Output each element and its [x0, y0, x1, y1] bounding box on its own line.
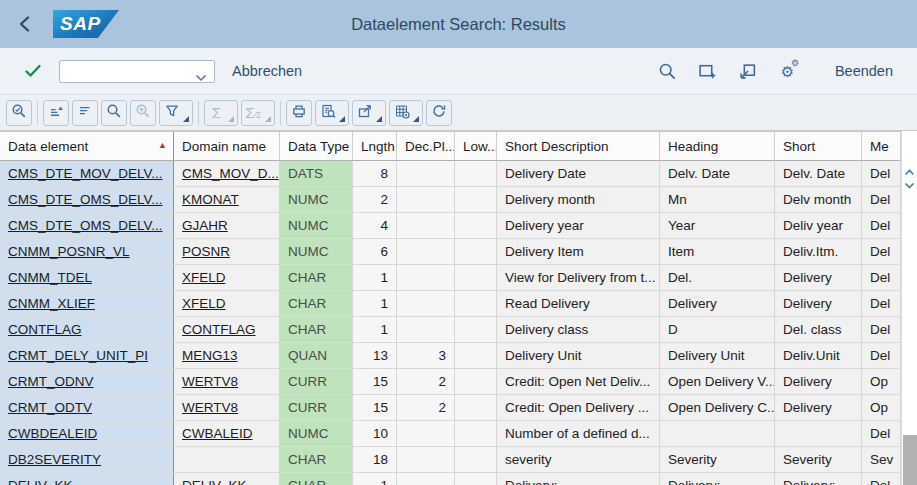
cell-text: Deliv.Itm. — [783, 244, 838, 259]
create-shortcut-icon[interactable] — [738, 62, 757, 81]
domain-link[interactable]: CWBALEID — [174, 421, 280, 447]
export-button[interactable] — [352, 100, 386, 126]
cell-low — [455, 447, 497, 473]
print-button[interactable] — [286, 100, 312, 126]
cell-text: 15 — [373, 400, 388, 415]
data_element-link[interactable]: CNMM_POSNR_VL — [0, 239, 174, 265]
sort-descending-button[interactable] — [72, 100, 98, 126]
domain-link[interactable]: DELIV_KK — [174, 473, 280, 485]
cell-text: DATS — [288, 166, 323, 181]
cell-text: Deliv.Unit — [783, 348, 840, 363]
settings-gears-icon[interactable]: ⚙⚙ — [778, 62, 797, 81]
cell-text: Delivery Unit — [668, 348, 745, 363]
column-header-data_type[interactable]: Data Type — [280, 132, 353, 161]
enter-check-icon[interactable] — [24, 62, 42, 80]
cell-dec_pl — [397, 473, 455, 485]
box-arrow-icon — [357, 103, 373, 122]
scrollbar-thumb[interactable] — [903, 435, 917, 485]
cell-data_type: CHAR — [280, 473, 353, 485]
cell-text: Sev — [870, 452, 893, 467]
column-header-dec_pl[interactable]: Dec.Pl... — [397, 132, 455, 161]
cell-data_type: CHAR — [280, 447, 353, 473]
cell-short: Delivery — [775, 369, 862, 395]
command-field[interactable] — [59, 60, 215, 83]
cell-short: Deliv year — [775, 213, 862, 239]
cell-text: QUAN — [288, 348, 327, 363]
cell-text: CWBDEALEID — [8, 426, 97, 441]
data_element-link[interactable]: DB2SEVERITY — [0, 447, 174, 473]
domain-link[interactable]: GJAHR — [174, 213, 280, 239]
data_element-link[interactable]: DELIV_KK — [0, 473, 174, 485]
new-session-icon[interactable] — [698, 62, 717, 81]
chevron-down-icon[interactable] — [195, 68, 207, 86]
sort-desc-icon — [77, 103, 93, 122]
column-header-heading[interactable]: Heading — [660, 132, 775, 161]
data_element-link[interactable]: CRMT_DELY_UNIT_PI — [0, 343, 174, 369]
cell-text: 18 — [373, 452, 388, 467]
domain-link[interactable]: CMS_MOV_D... — [174, 161, 280, 187]
cell-heading: Mn — [660, 187, 775, 213]
cell-text: Open Delivery C... — [668, 400, 775, 415]
vertical-scrollbar[interactable] — [901, 131, 917, 485]
views-button[interactable] — [315, 100, 349, 126]
data_element-link[interactable]: CMS_DTE_OMS_DELV... — [0, 213, 174, 239]
choose-layout-button[interactable] — [389, 100, 423, 126]
data_element-link[interactable]: CRMT_ODNV — [0, 369, 174, 395]
cell-short — [775, 421, 862, 447]
cell-heading: Year — [660, 213, 775, 239]
toolbar-separator — [280, 101, 281, 125]
set-filter-button[interactable] — [159, 100, 193, 126]
cell-text: CHAR — [288, 452, 326, 467]
cell-medium: Op — [862, 369, 901, 395]
cell-low — [455, 369, 497, 395]
cell-lngth: 8 — [353, 161, 397, 187]
cell-text: Del. — [668, 270, 692, 285]
cell-text: 13 — [373, 348, 388, 363]
cell-short: Delv. Date — [775, 161, 862, 187]
cell-text: POSNR — [182, 244, 230, 259]
data_element-link[interactable]: CMS_DTE_MOV_DELV... — [0, 161, 174, 187]
column-header-medium[interactable]: Me — [862, 132, 901, 161]
data_element-link[interactable]: CONTFLAG — [0, 317, 174, 343]
domain-link[interactable]: POSNR — [174, 239, 280, 265]
column-header-lngth[interactable]: Lngth — [353, 132, 397, 161]
column-header-short[interactable]: Short — [775, 132, 862, 161]
cell-dec_pl — [397, 161, 455, 187]
domain-link[interactable]: XFELD — [174, 291, 280, 317]
domain-link[interactable]: XFELD — [174, 265, 280, 291]
column-header-domain[interactable]: Domain name — [174, 132, 280, 161]
data_element-link[interactable]: CMS_DTE_OMS_DELV... — [0, 187, 174, 213]
cell-low — [455, 187, 497, 213]
data_element-link[interactable]: CRMT_ODTV — [0, 395, 174, 421]
scroll-down-icon[interactable] — [904, 175, 915, 193]
data_element-link[interactable]: CNMM_XLIEF — [0, 291, 174, 317]
sort-asc-icon — [48, 103, 64, 122]
abbrechen-button[interactable]: Abbrechen — [232, 63, 302, 79]
cell-low — [455, 239, 497, 265]
cell-short_desc: severity — [497, 447, 660, 473]
domain-link[interactable]: KMONAT — [174, 187, 280, 213]
find-button[interactable] — [101, 100, 127, 126]
cell-text: CHAR — [288, 270, 326, 285]
sort-ascending-button[interactable] — [43, 100, 69, 126]
details-button[interactable] — [6, 100, 32, 126]
cell-short: Severity — [775, 447, 862, 473]
refresh-button[interactable] — [426, 100, 452, 126]
domain-link[interactable]: CONTFLAG — [174, 317, 280, 343]
column-header-data_element[interactable]: Data element▲ — [0, 132, 174, 161]
data_element-link[interactable]: CWBDEALEID — [0, 421, 174, 447]
beenden-button[interactable]: Beenden — [835, 63, 893, 79]
menu-triangle-icon — [376, 116, 382, 122]
cell-heading: Delv. Date — [660, 161, 775, 187]
domain-link[interactable]: WERTV8 — [174, 369, 280, 395]
domain-link[interactable]: WERTV8 — [174, 395, 280, 421]
column-header-low[interactable]: Low... — [455, 132, 497, 161]
domain-link[interactable]: MENG13 — [174, 343, 280, 369]
search-icon[interactable] — [658, 62, 677, 81]
menu-triangle-icon — [265, 116, 271, 122]
cell-short_desc: Delivery year — [497, 213, 660, 239]
cell-text: 6 — [380, 244, 388, 259]
column-header-short_desc[interactable]: Short Description — [497, 132, 660, 161]
data_element-link[interactable]: CNMM_TDEL — [0, 265, 174, 291]
cell-medium: Del — [862, 291, 901, 317]
